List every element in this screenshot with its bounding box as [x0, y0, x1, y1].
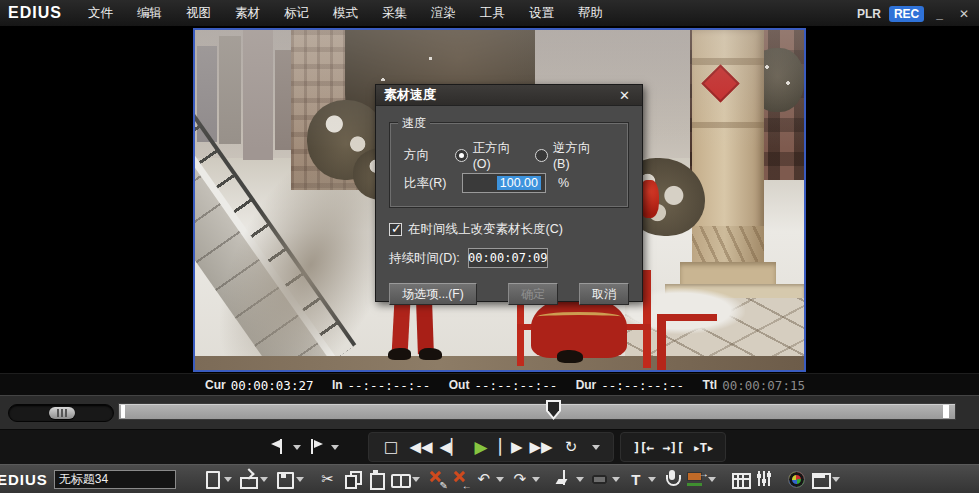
- seek-start-marker: [121, 405, 125, 418]
- seek-bar[interactable]: [118, 403, 956, 420]
- paste-icon: [366, 469, 386, 489]
- chevron-down-icon[interactable]: [532, 477, 540, 482]
- undo-button[interactable]: ↶: [472, 467, 496, 491]
- close-button[interactable]: ✕: [955, 7, 973, 21]
- ok-button[interactable]: 确定: [508, 283, 558, 305]
- dialog-close-button[interactable]: ✕: [615, 88, 634, 103]
- color-wheel-icon: [786, 469, 806, 489]
- ripple-delete-button[interactable]: ←: [448, 467, 472, 491]
- in-label: In: [332, 378, 343, 392]
- loop-icon: ↻: [565, 438, 578, 456]
- menu-item-mode[interactable]: 模式: [321, 1, 370, 26]
- new-sequence-button[interactable]: [200, 467, 224, 491]
- speed-group-label: 速度: [398, 115, 430, 132]
- previous-frame-button[interactable]: ◀▏: [439, 434, 463, 460]
- chevron-down-icon[interactable]: [832, 477, 840, 482]
- title-button[interactable]: T: [624, 467, 648, 491]
- reverse-radio-option[interactable]: 逆方向(B): [535, 140, 598, 171]
- menu-item-settings[interactable]: 设置: [517, 1, 566, 26]
- chevron-down-icon[interactable]: [331, 445, 339, 450]
- chevron-down-icon[interactable]: [496, 477, 504, 482]
- chevron-down-icon[interactable]: [592, 445, 600, 450]
- forward-radio-label: 正方向(O): [473, 140, 519, 171]
- audio-mixer-button[interactable]: [752, 467, 776, 491]
- paste-button[interactable]: [364, 467, 388, 491]
- checkbox-label: 在时间线上改变素材长度(C): [408, 221, 563, 238]
- chevron-down-icon[interactable]: [412, 477, 420, 482]
- minimize-button[interactable]: _: [932, 7, 947, 21]
- fast-forward-button[interactable]: ▶▶: [529, 434, 553, 460]
- right-arrow-icon: →: [699, 468, 709, 479]
- export-button[interactable]: →: [684, 467, 708, 491]
- redo-button[interactable]: ↷: [508, 467, 532, 491]
- menu-item-render[interactable]: 渲染: [419, 1, 468, 26]
- goto-out-button[interactable]: →][: [661, 434, 685, 460]
- cancel-button[interactable]: 取消: [579, 283, 629, 305]
- chevron-down-icon[interactable]: [612, 477, 620, 482]
- ripple-delete-x-icon: ←: [450, 469, 470, 489]
- timecode-in: In --:--:--:--: [332, 378, 430, 393]
- chevron-down-icon[interactable]: [224, 477, 232, 482]
- shuttle-slider[interactable]: [8, 404, 114, 422]
- goto-in-button[interactable]: ][←: [631, 434, 655, 460]
- layout-button[interactable]: [808, 467, 832, 491]
- add-cut-point-button[interactable]: [552, 467, 576, 491]
- project-name-field[interactable]: 无标题34: [54, 470, 176, 489]
- cur-value: 00:00:03:27: [231, 378, 314, 393]
- chevron-down-icon[interactable]: [293, 445, 301, 450]
- menu-item-clip[interactable]: 素材: [223, 1, 272, 26]
- play-button[interactable]: ▶: [469, 434, 493, 460]
- open-project-button[interactable]: [236, 467, 260, 491]
- radio-selected-icon[interactable]: [455, 149, 468, 162]
- loop-button[interactable]: ↻: [559, 434, 583, 460]
- recorder-mode-badge[interactable]: REC: [889, 6, 924, 22]
- chevron-down-icon[interactable]: [576, 477, 584, 482]
- set-in-marker-button[interactable]: [266, 434, 290, 460]
- save-project-button[interactable]: [272, 467, 296, 491]
- next-frame-button[interactable]: ▏▶: [499, 434, 523, 460]
- multicam-button[interactable]: [728, 467, 752, 491]
- playhead-marker[interactable]: [546, 400, 561, 420]
- microphone-icon: [662, 469, 682, 489]
- menu-item-view[interactable]: 视图: [174, 1, 223, 26]
- chevron-down-icon[interactable]: [648, 477, 656, 482]
- checkbox-checked-icon[interactable]: [389, 223, 402, 236]
- mode-button[interactable]: [588, 467, 612, 491]
- menu-item-tools[interactable]: 工具: [468, 1, 517, 26]
- field-options-button[interactable]: 场选项...(F): [389, 283, 477, 305]
- player-mode-label[interactable]: PLR: [857, 7, 881, 21]
- menubar-right: PLR REC _ ✕: [857, 0, 973, 27]
- forward-radio-option[interactable]: 正方向(O): [455, 140, 519, 171]
- rewind-button[interactable]: ◀◀: [409, 434, 433, 460]
- shuttle-knob[interactable]: [49, 407, 75, 419]
- timeline-length-checkbox-row[interactable]: 在时间线上改变素材长度(C): [389, 221, 629, 238]
- chevron-down-icon[interactable]: [296, 477, 304, 482]
- playback-controls: □ ◀◀ ◀▏ ▶ ▏▶ ▶▶ ↻ ][← →][ ▸T▸: [0, 430, 979, 464]
- duration-input[interactable]: 00:00:07:09: [468, 248, 548, 268]
- stop-button[interactable]: □: [379, 434, 403, 460]
- menu-item-marker[interactable]: 标记: [272, 1, 321, 26]
- delete-button[interactable]: ✎: [424, 467, 448, 491]
- edius-logo: EDIUS: [8, 4, 62, 22]
- menu-item-capture[interactable]: 采集: [370, 1, 419, 26]
- ratio-input[interactable]: 100.00: [462, 173, 546, 193]
- dialog-title-bar[interactable]: 素材速度 ✕: [376, 85, 642, 106]
- color-correction-button[interactable]: [784, 467, 808, 491]
- set-out-marker-button[interactable]: [304, 434, 328, 460]
- dur-label: Dur: [576, 378, 597, 392]
- chevron-down-icon[interactable]: [260, 477, 268, 482]
- chevron-down-icon[interactable]: [708, 477, 716, 482]
- play-around-cursor-button[interactable]: ▸T▸: [691, 434, 715, 460]
- delete-x-icon: ✎: [426, 469, 446, 489]
- replace-clip-button[interactable]: [388, 467, 412, 491]
- menu-item-help[interactable]: 帮助: [566, 1, 615, 26]
- menu-item-file[interactable]: 文件: [76, 1, 125, 26]
- cut-button[interactable]: ✂: [316, 467, 340, 491]
- radio-unselected-icon[interactable]: [535, 149, 548, 162]
- ratio-label: 比率(R): [404, 175, 462, 192]
- left-arrow-icon: ←: [462, 480, 472, 491]
- menu-item-edit[interactable]: 编辑: [125, 1, 174, 26]
- copy-button[interactable]: [340, 467, 364, 491]
- save-icon: [274, 469, 294, 489]
- voice-over-button[interactable]: [660, 467, 684, 491]
